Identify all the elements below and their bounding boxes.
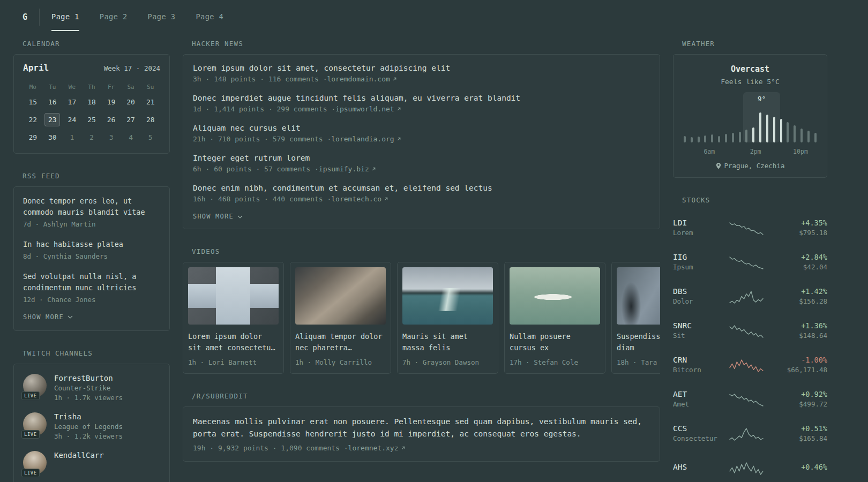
calendar-day[interactable]: 30 [43, 130, 63, 144]
stocks-widget-title: STOCKS [673, 196, 827, 204]
hn-item-domain[interactable]: loremdomain.com [327, 75, 396, 83]
calendar-day[interactable]: 17 [62, 95, 82, 109]
hn-item-domain[interactable]: loremlandia.org [331, 135, 401, 143]
hn-item-title[interactable]: Donec enim nibh, condimentum et accumsan… [193, 184, 650, 192]
app-logo[interactable]: G [15, 3, 39, 31]
stock-row[interactable]: SNRCSit+1.36%$148.64 [673, 313, 827, 348]
video-title[interactable]: Nullam posuere cursus ex [510, 331, 600, 353]
hn-item-domain[interactable]: ipsumify.biz [319, 165, 376, 173]
stock-id: AETAmet [673, 390, 722, 408]
calendar-day[interactable]: 20 [121, 95, 141, 109]
stock-row[interactable]: CCSConsectetur+0.51%$165.84 [673, 416, 827, 450]
calendar-day[interactable]: 26 [101, 112, 121, 126]
calendar-day[interactable]: 16 [43, 95, 63, 109]
video-card[interactable]: Aliquam tempor dolor nec pharetra…1h · M… [290, 262, 391, 374]
twitch-channel-row[interactable]: LIVEKendallCarr [23, 451, 160, 475]
stock-row[interactable]: AETAmet+0.92%$499.72 [673, 382, 827, 416]
video-card[interactable]: Suspendisse vitae diam18h · Tara [611, 262, 660, 374]
external-link-icon [371, 167, 376, 171]
subreddit-post-domain[interactable]: loremnet.xyz [348, 444, 406, 452]
rss-item-title[interactable]: Donec tempor eros leo, ut commodo mauris… [23, 195, 160, 218]
hacker-news-card: Lorem ipsum dolor sit amet, consectetur … [183, 54, 660, 229]
video-title[interactable]: Mauris sit amet massa felis [402, 331, 493, 353]
stock-row[interactable]: DBSDolor+1.42%$156.28 [673, 279, 827, 313]
calendar-day[interactable]: 25 [82, 112, 102, 126]
tab-page-2[interactable]: Page 2 [100, 3, 128, 31]
stock-row[interactable]: IIGIpsum+2.84%$42.04 [673, 245, 827, 279]
video-card[interactable]: Nullam posuere cursus ex17h · Stefan Col… [504, 262, 605, 374]
video-title[interactable]: Suspendisse vitae diam [617, 331, 660, 353]
calendar-day[interactable]: 29 [23, 130, 43, 144]
tab-page-4[interactable]: Page 4 [196, 3, 223, 31]
twitch-channel-name[interactable]: Trisha [54, 412, 123, 421]
twitch-channel-row[interactable]: LIVEForrestBurtonCounter-Strike1h · 1.7k… [23, 374, 160, 402]
stock-price: $499.72 [770, 400, 827, 408]
subreddit-widget-title: /R/SUBREDDIT [183, 392, 660, 400]
stock-row[interactable]: LDILorem+4.35%$795.18 [673, 210, 827, 245]
hacker-news-widget-title: HACKER NEWS [183, 40, 660, 48]
stock-list: LDILorem+4.35%$795.18IIGIpsum+2.84%$42.0… [673, 210, 827, 482]
stock-id: SNRCSit [673, 321, 722, 340]
hn-show-more-button[interactable]: SHOW MORE [193, 213, 650, 220]
hn-item-domain[interactable]: loremtech.co [331, 195, 388, 203]
twitch-channel-meta: 3h · 1.2k viewers [54, 432, 123, 440]
tab-page-1[interactable]: Page 1 [51, 3, 79, 31]
calendar-day[interactable]: 5 [140, 130, 160, 144]
twitch-channel-info: TrishaLeague of Legends3h · 1.2k viewers [54, 412, 123, 440]
calendar-day[interactable]: 22 [23, 112, 43, 126]
calendar-day[interactable]: 28 [140, 112, 160, 126]
weather-bar [725, 134, 727, 142]
rss-item-meta: 7d · Ashlyn Martin [23, 220, 160, 228]
stock-price: $795.18 [770, 229, 827, 237]
weather-location-row[interactable]: Prague, Czechia [682, 162, 818, 170]
tab-page-3[interactable]: Page 3 [148, 3, 176, 31]
hn-item: Donec imperdiet augue tincidunt felis al… [193, 94, 650, 113]
weather-bar [773, 117, 775, 142]
hn-item-domain[interactable]: ipsumworld.net [335, 105, 401, 113]
calendar-day[interactable]: 3 [101, 130, 121, 144]
calendar-dow-label: Su [140, 84, 160, 91]
subreddit-card: Maecenas mollis pulvinar erat non posuer… [183, 406, 660, 462]
calendar-day[interactable]: 2 [82, 130, 102, 144]
videos-widget: VIDEOS Lorem ipsum dolor sit amet consec… [183, 247, 660, 374]
calendar-day[interactable]: 15 [23, 95, 43, 109]
twitch-channel-name[interactable]: KendallCarr [54, 451, 104, 460]
video-meta: 1h · Molly Carrillo [295, 353, 386, 366]
hn-item-title[interactable]: Lorem ipsum dolor sit amet, consectetur … [193, 64, 650, 72]
stock-change: +0.46% [770, 463, 827, 471]
video-title[interactable]: Aliquam tempor dolor nec pharetra… [295, 331, 386, 353]
middle-column: HACKER NEWS Lorem ipsum dolor sit amet, … [183, 40, 660, 480]
calendar-day[interactable]: 27 [121, 112, 141, 126]
video-card[interactable]: Mauris sit amet massa felis7h · Grayson … [397, 262, 498, 374]
twitch-widget-title: TWITCH CHANNELS [13, 349, 170, 357]
stock-values: +0.51%$165.84 [770, 424, 827, 442]
stock-row[interactable]: AHS+0.46% [673, 450, 827, 482]
rss-item-title[interactable]: Sed volutpat nulla nisl, a condimentum n… [23, 271, 160, 293]
subreddit-post-title[interactable]: Maecenas mollis pulvinar erat non posuer… [193, 416, 650, 440]
twitch-channel-row[interactable]: LIVETrishaLeague of Legends3h · 1.2k vie… [23, 412, 160, 440]
video-title[interactable]: Lorem ipsum dolor sit amet consectetu… [188, 331, 279, 353]
calendar-day[interactable]: 24 [62, 112, 82, 126]
hn-item-title[interactable]: Donec imperdiet augue tincidunt felis al… [193, 94, 650, 102]
rss-show-more-button[interactable]: SHOW MORE [23, 313, 160, 321]
weather-bar [780, 119, 782, 142]
calendar-day[interactable]: 4 [121, 130, 141, 144]
calendar-day[interactable]: 18 [82, 95, 102, 109]
stock-name: Dolor [673, 297, 722, 305]
weather-bar [704, 135, 706, 142]
weather-axis-label: 6am [704, 148, 715, 155]
stock-ticker: CRN [673, 356, 722, 364]
calendar-day[interactable]: 21 [140, 95, 160, 109]
weather-current-temp: 9° [743, 92, 780, 103]
stock-row[interactable]: CRNBitcorn-1.00%$66,171.48 [673, 348, 827, 382]
hn-item-title[interactable]: Aliquam nec cursus elit [193, 124, 650, 132]
twitch-channel-name[interactable]: ForrestBurton [54, 374, 123, 382]
calendar-day[interactable]: 1 [62, 130, 82, 144]
weather-widget: WEATHER Overcast Feels like 5°C 9° 6am2p… [673, 40, 827, 178]
video-card[interactable]: Lorem ipsum dolor sit amet consectetu…1h… [183, 262, 284, 374]
rss-item: In hac habitasse platea8d · Cynthia Saun… [23, 239, 160, 260]
calendar-day[interactable]: 19 [101, 95, 121, 109]
hn-item-title[interactable]: Integer eget rutrum lorem [193, 154, 650, 162]
rss-item-title[interactable]: In hac habitasse platea [23, 239, 160, 250]
calendar-day-selected[interactable]: 23 [44, 113, 60, 126]
